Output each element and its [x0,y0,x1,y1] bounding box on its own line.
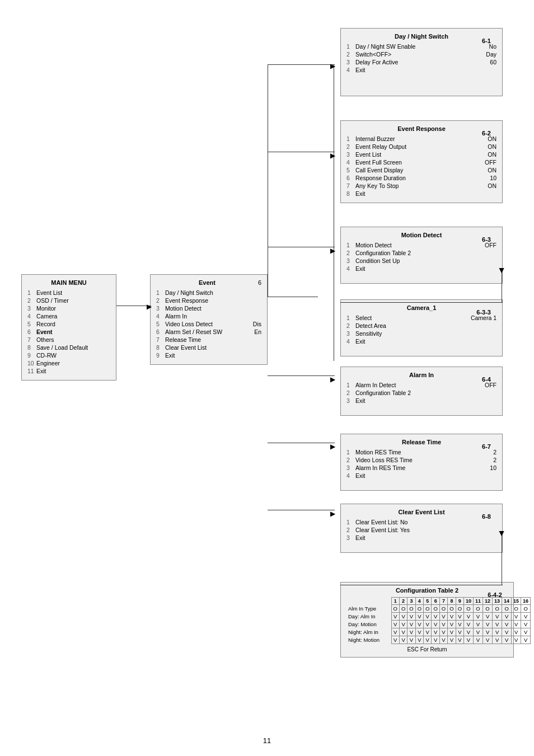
menu-item: 9CD-RW [27,352,110,359]
config-cell: V [493,613,502,621]
menu-item-num: 2 [27,297,36,304]
arrow-day-night: ▶ [330,62,335,70]
event-menu-box: Event 6 1Day / Night Switch2Event Respon… [150,274,268,365]
menu-item-num: 4 [346,338,355,345]
menu-item: 11Exit [27,368,110,374]
menu-item-text: Configuration Table 2 [355,250,496,256]
menu-item: 2Event Relay OutputON [346,143,496,150]
config-cell: V [439,613,447,621]
menu-item-text: Exit [355,397,496,404]
config-col-header: 15 [512,598,521,605]
camera1-items: 1SelectCamera 12Detect Area3Sensitivity4… [346,314,496,345]
menu-item: 3Alarm In RES Time10 [346,464,496,471]
menu-item: 3Event ListON [346,151,496,158]
config-cell: V [512,636,521,644]
config-cell: O [474,605,483,613]
menu-item-num: 2 [156,297,165,304]
page-number: 11 [263,736,271,745]
menu-item-text: Motion Detect [165,305,261,312]
config-cell: V [464,613,474,621]
menu-item-text: Clear Event List [165,344,261,351]
menu-item-num: 3 [346,257,355,264]
menu-item-text: Detect Area [355,322,496,329]
menu-item-num: 9 [156,352,165,359]
config-cell: V [474,636,483,644]
menu-item-text: Save / Load Default [36,344,110,351]
conn-md-cam-v [502,269,502,302]
menu-item: 5Video Loss DetectDis [156,321,261,327]
menu-item-val: ON [480,143,496,150]
menu-item-num: 4 [346,472,355,479]
config-cell: V [399,621,407,628]
config-cell: O [391,605,399,613]
menu-item: 4Camera [27,313,110,320]
menu-item: 1Alarm In DetectOFF [346,382,496,388]
config-row-label: Alm In Type [346,605,391,613]
menu-item: 3Exit [346,397,496,404]
config-cell: V [424,636,432,644]
conn-rt-h [268,443,335,443]
menu-item-num: 8 [346,190,355,197]
menu-item: 3Exit [346,534,496,541]
menu-item-text: Exit [355,534,496,541]
config-cell: O [399,605,407,613]
config-col-header: 11 [474,598,483,605]
config-col-header: 12 [483,598,493,605]
day-night-box: Day / Night Switch 6-1 1Day / Night SW E… [340,28,503,96]
menu-item-text: Alarm In RES Time [355,464,475,471]
motion-detect-box: Motion Detect 6-3 1Motion DetectOFF2Conf… [340,227,503,284]
config-cell: V [493,621,502,628]
menu-item-val: ON [480,167,496,173]
arrow-motion-detect: ▶ [330,247,335,255]
menu-item-num: 1 [346,519,355,525]
menu-item-num: 2 [346,457,355,463]
menu-item: 2Configuration Table 2 [346,389,496,396]
menu-item-num: 7 [156,336,165,343]
config-cell: V [432,613,439,621]
config-cell: V [456,628,463,636]
config-table-row: Day: Alm InVVVVVVVVVVVVVVVV [346,613,531,621]
config-cell: V [424,621,432,628]
config-table: 12345678910111213141516Alm In TypeOOOOOO… [346,597,531,644]
event-response-title: Event Response 6-2 [346,125,496,132]
config-cell: V [439,621,447,628]
menu-item: 2Detect Area [346,322,496,329]
menu-item-text: Monitor [36,305,110,312]
menu-item-val: 2 [480,457,496,463]
config-table-row: Day: MotionVVVVVVVVVVVVVVVV [346,621,531,628]
event-menu-title: Event 6 [156,279,261,286]
menu-item: 10Engineer [27,360,110,367]
menu-item: 1Clear Event List: No [346,519,496,525]
menu-item: 7Release Time [156,336,261,343]
config-cell: V [502,613,512,621]
config-cell: V [439,636,447,644]
config-col-header: 13 [493,598,502,605]
main-menu-items: 1Event List2OSD / Timer3Monitor4Camera5R… [27,289,110,374]
menu-item-num: 5 [156,321,165,327]
menu-item: 6Event [27,328,110,335]
conn-er-h [268,152,335,152]
menu-item: 5Call Event DisplayON [346,167,496,173]
menu-item-text: Internal Buzzer [355,135,475,142]
config-cell: V [474,628,483,636]
menu-item-num: 2 [346,250,355,256]
menu-item-text: Record [36,321,110,327]
config-cell: V [512,628,521,636]
conn-md-cam-h [340,302,503,303]
menu-item-text: Alarm Set / Reset SW [165,328,240,335]
menu-item-text: Event [36,328,110,335]
alarm-in-title: Alarm In 6-4 [346,372,496,378]
arrow-clear-event: ▶ [330,510,335,518]
config-cell: O [407,605,415,613]
conn-ce-ct-h [340,585,503,585]
config-col-header: 6 [432,598,439,605]
event-response-items: 1Internal BuzzerON2Event Relay OutputON3… [346,135,496,197]
menu-item-val: ON [480,151,496,158]
config-cell: V [415,628,423,636]
config-cell: V [407,613,415,621]
release-time-title: Release Time 6-7 [346,439,496,445]
config-cell: V [474,621,483,628]
menu-item: 3Condition Set Up [346,257,496,264]
motion-detect-items: 1Motion DetectOFF2Configuration Table 23… [346,242,496,272]
config-table2-box: Configuration Table 2 6-4-2 123456789101… [340,582,514,658]
